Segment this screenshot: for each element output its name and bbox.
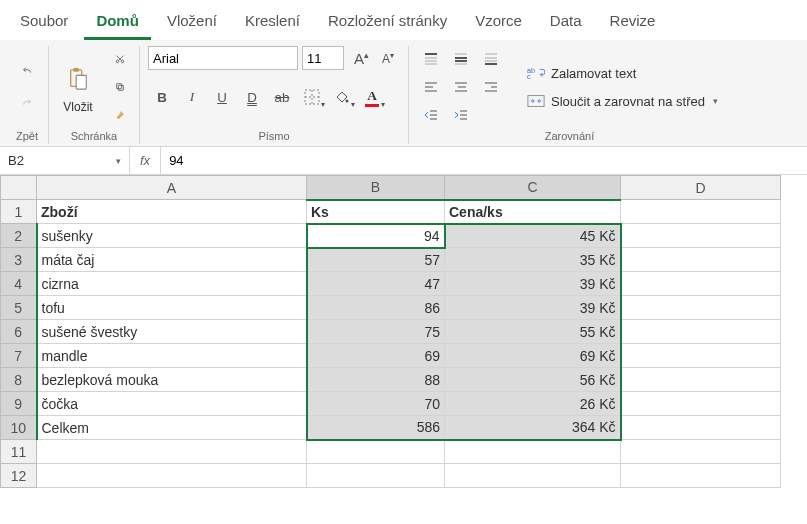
cell-D7[interactable]: [621, 344, 781, 368]
cell-C5[interactable]: 39 Kč: [445, 296, 621, 320]
strikethrough-button[interactable]: ab: [268, 84, 296, 110]
cell-A3[interactable]: máta čaj: [37, 248, 307, 272]
cell-D10[interactable]: [621, 416, 781, 440]
cell-B3[interactable]: 57: [307, 248, 445, 272]
copy-button[interactable]: [109, 76, 131, 98]
align-middle-button[interactable]: [447, 48, 473, 70]
col-header-C[interactable]: C: [445, 176, 621, 200]
cell-C1[interactable]: Cena/ks: [445, 200, 621, 224]
grow-font-button[interactable]: A▴: [348, 46, 372, 70]
col-header-D[interactable]: D: [621, 176, 781, 200]
cell-D5[interactable]: [621, 296, 781, 320]
merge-center-button[interactable]: Sloučit a zarovnat na střed ▾: [523, 90, 722, 112]
row-header-11[interactable]: 11: [1, 440, 37, 464]
cell-D9[interactable]: [621, 392, 781, 416]
row-header-10[interactable]: 10: [1, 416, 37, 440]
col-header-B[interactable]: B: [307, 176, 445, 200]
cell-A8[interactable]: bezlepková mouka: [37, 368, 307, 392]
cell-B1[interactable]: Ks: [307, 200, 445, 224]
tab-home[interactable]: Domů: [84, 6, 151, 40]
tab-insert[interactable]: Vložení: [155, 6, 229, 40]
underline-button[interactable]: U: [208, 84, 236, 110]
cell-D11[interactable]: [621, 440, 781, 464]
cell-B4[interactable]: 47: [307, 272, 445, 296]
cell-B5[interactable]: 86: [307, 296, 445, 320]
borders-button[interactable]: ▾: [298, 84, 326, 110]
font-color-button[interactable]: A ▾: [358, 84, 386, 110]
tab-draw[interactable]: Kreslení: [233, 6, 312, 40]
cell-C7[interactable]: 69 Kč: [445, 344, 621, 368]
cell-A10[interactable]: Celkem: [37, 416, 307, 440]
cell-B8[interactable]: 88: [307, 368, 445, 392]
cell-A12[interactable]: [37, 464, 307, 488]
cell-A4[interactable]: cizrna: [37, 272, 307, 296]
cell-C6[interactable]: 55 Kč: [445, 320, 621, 344]
align-center-button[interactable]: [447, 76, 473, 98]
row-header-8[interactable]: 8: [1, 368, 37, 392]
paste-button[interactable]: [61, 60, 95, 98]
cell-A6[interactable]: sušené švestky: [37, 320, 307, 344]
row-header-2[interactable]: 2: [1, 224, 37, 248]
row-header-1[interactable]: 1: [1, 200, 37, 224]
cell-B6[interactable]: 75: [307, 320, 445, 344]
increase-indent-button[interactable]: [447, 104, 473, 126]
cell-C12[interactable]: [445, 464, 621, 488]
select-all-corner[interactable]: [1, 176, 37, 200]
cell-B12[interactable]: [307, 464, 445, 488]
name-box[interactable]: B2 ▾: [0, 147, 130, 174]
cell-C10[interactable]: 364 Kč: [445, 416, 621, 440]
cell-D2[interactable]: [621, 224, 781, 248]
cut-button[interactable]: [109, 48, 131, 70]
decrease-indent-button[interactable]: [417, 104, 443, 126]
cell-D4[interactable]: [621, 272, 781, 296]
tab-layout[interactable]: Rozložení stránky: [316, 6, 459, 40]
undo-button[interactable]: [16, 60, 38, 82]
wrap-text-button[interactable]: abc Zalamovat text: [523, 62, 722, 84]
bold-button[interactable]: B: [148, 84, 176, 110]
tab-file[interactable]: Soubor: [8, 6, 80, 40]
row-header-3[interactable]: 3: [1, 248, 37, 272]
cell-A7[interactable]: mandle: [37, 344, 307, 368]
cell-C11[interactable]: [445, 440, 621, 464]
row-header-4[interactable]: 4: [1, 272, 37, 296]
cell-D1[interactable]: [621, 200, 781, 224]
cell-D3[interactable]: [621, 248, 781, 272]
row-header-12[interactable]: 12: [1, 464, 37, 488]
align-top-button[interactable]: [417, 48, 443, 70]
cell-C8[interactable]: 56 Kč: [445, 368, 621, 392]
italic-button[interactable]: I: [178, 84, 206, 110]
cell-A2[interactable]: sušenky: [37, 224, 307, 248]
cell-B11[interactable]: [307, 440, 445, 464]
fill-color-button[interactable]: ▾: [328, 84, 356, 110]
cell-A11[interactable]: [37, 440, 307, 464]
col-header-A[interactable]: A: [37, 176, 307, 200]
cell-C2[interactable]: 45 Kč: [445, 224, 621, 248]
shrink-font-button[interactable]: A▾: [376, 46, 400, 70]
tab-review[interactable]: Revize: [598, 6, 668, 40]
format-painter-button[interactable]: [109, 104, 131, 126]
align-left-button[interactable]: [417, 76, 443, 98]
row-header-5[interactable]: 5: [1, 296, 37, 320]
cell-B2[interactable]: 94: [307, 224, 445, 248]
cell-A9[interactable]: čočka: [37, 392, 307, 416]
font-name-select[interactable]: [148, 46, 298, 70]
cell-D12[interactable]: [621, 464, 781, 488]
align-bottom-button[interactable]: [477, 48, 503, 70]
cell-D6[interactable]: [621, 320, 781, 344]
cell-B9[interactable]: 70: [307, 392, 445, 416]
redo-button[interactable]: [16, 92, 38, 114]
row-header-6[interactable]: 6: [1, 320, 37, 344]
cell-A1[interactable]: Zboží: [37, 200, 307, 224]
double-underline-button[interactable]: D: [238, 84, 266, 110]
fx-label[interactable]: fx: [130, 147, 161, 174]
cell-C9[interactable]: 26 Kč: [445, 392, 621, 416]
tab-formulas[interactable]: Vzorce: [463, 6, 534, 40]
formula-input[interactable]: [161, 147, 807, 174]
cell-C4[interactable]: 39 Kč: [445, 272, 621, 296]
cell-B10[interactable]: 586: [307, 416, 445, 440]
align-right-button[interactable]: [477, 76, 503, 98]
cell-C3[interactable]: 35 Kč: [445, 248, 621, 272]
cell-B7[interactable]: 69: [307, 344, 445, 368]
tab-data[interactable]: Data: [538, 6, 594, 40]
row-header-9[interactable]: 9: [1, 392, 37, 416]
